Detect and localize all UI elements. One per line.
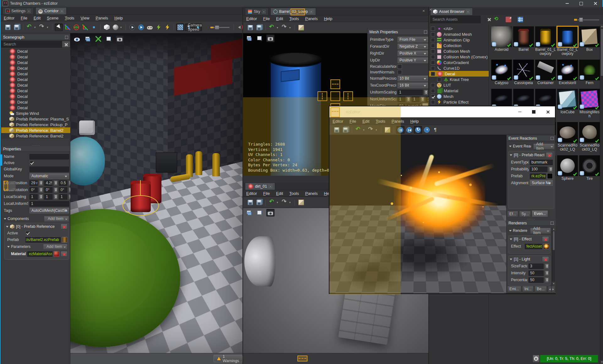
dropdown[interactable]: Positive X: [398, 51, 428, 56]
asset-cell-excelsiorii[interactable]: ExcelsiorII: [557, 60, 578, 85]
close-tab-icon[interactable]: [60, 9, 64, 13]
tree-item-prefab-reference-plasma-s[interactable]: Prefab Reference: Plasma_S: [1, 116, 70, 122]
warnings-button[interactable]: 1 Warnings: [214, 355, 242, 362]
filter-checkbox[interactable]: [431, 100, 435, 104]
play-blue-button[interactable]: [137, 24, 145, 31]
play-dark-button[interactable]: [128, 24, 136, 31]
menu-item-editor[interactable]: Editor: [243, 191, 260, 196]
menu-item-editor[interactable]: Editor: [1, 16, 18, 20]
filter-checkbox[interactable]: [431, 49, 435, 53]
asset-thumbnail-button[interactable]: [547, 173, 553, 179]
menu-item-file[interactable]: File: [346, 119, 359, 124]
tree-item-decal[interactable]: Decal: [1, 88, 70, 94]
delete-component-button[interactable]: [61, 224, 68, 229]
value-field[interactable]: 1: [59, 194, 67, 200]
asset-cell-calypso[interactable]: Calypso: [491, 60, 512, 85]
tree-item--all-[interactable]: <All>: [429, 26, 489, 31]
minimize-button[interactable]: [560, 0, 574, 7]
menu-item-view[interactable]: View: [78, 16, 93, 20]
close-tab-icon[interactable]: [309, 10, 313, 13]
menu-item-help[interactable]: Help: [111, 16, 126, 20]
add-component-button[interactable]: Add Item: [44, 216, 69, 222]
spin-down-icon[interactable]: [408, 99, 410, 101]
dropdown-caret-icon[interactable]: ▾: [363, 128, 366, 131]
filter-checkbox[interactable]: [431, 72, 435, 76]
filter-checkbox[interactable]: [431, 83, 435, 87]
save-button[interactable]: [4, 24, 12, 31]
dropdown-caret-icon[interactable]: ▾: [120, 26, 123, 29]
export-button[interactable]: [297, 24, 305, 31]
asset-thumbnail[interactable]: [557, 122, 578, 143]
filter-checkbox[interactable]: [437, 78, 441, 82]
asset-thumbnail[interactable]: [557, 155, 578, 176]
tab-scroll-arrows[interactable]: ◀ ▶: [548, 286, 555, 292]
tree-item-decal[interactable]: Decal: [1, 105, 70, 110]
dropdown[interactable]: 16 Bit: [398, 83, 428, 88]
tree-item-lut[interactable]: LUT: [429, 82, 489, 88]
redo-button[interactable]: [367, 126, 375, 134]
filter-checkbox[interactable]: [431, 55, 435, 59]
rotate-button[interactable]: [72, 24, 80, 31]
spin-up-icon[interactable]: [408, 98, 410, 99]
asset-cell-tire[interactable]: Tire: [579, 155, 600, 181]
tree-item-decal[interactable]: Decal: [1, 60, 70, 65]
spinner-buttons[interactable]: [421, 97, 425, 102]
asset-thumbnail[interactable]: [491, 26, 512, 47]
dot-button[interactable]: [90, 24, 98, 31]
scene-viewport[interactable]: [70, 33, 242, 353]
tab-corridor[interactable]: Corridor: [35, 7, 67, 14]
redo-button[interactable]: [280, 199, 289, 206]
material-thumbnail-button[interactable]: [54, 251, 59, 257]
menu-item-tools[interactable]: Tools: [62, 16, 77, 20]
add-event-reaction-button[interactable]: Add Item: [533, 143, 555, 149]
value-field[interactable]: 1: [398, 90, 423, 95]
filter-checkbox[interactable]: [431, 44, 435, 48]
asset-cell-fern[interactable]: Fern: [579, 60, 600, 85]
popout-icon[interactable]: [65, 36, 68, 39]
value-field[interactable]: 1: [412, 97, 419, 102]
dropdown[interactable]: 10 Bit: [398, 76, 428, 81]
close-tab-icon[interactable]: [466, 10, 470, 13]
tree-item-decal[interactable]: Decal: [1, 48, 70, 54]
panel-tab-ini[interactable]: Ini...: [522, 286, 534, 292]
spinner-buttons[interactable]: [545, 270, 549, 276]
material-asset-field[interactable]: ezMaterialAsset: [27, 251, 52, 257]
transform-all-button[interactable]: [492, 16, 501, 23]
spin-down-icon[interactable]: [546, 280, 548, 281]
redo-button[interactable]: [280, 24, 289, 31]
export-button[interactable]: [297, 199, 305, 206]
asset-thumbnail[interactable]: [535, 60, 556, 80]
spin-up-icon[interactable]: [422, 98, 424, 99]
clear-search-button[interactable]: [62, 41, 70, 47]
menu-item-tools[interactable]: Tools: [286, 191, 302, 196]
menu-item-edit[interactable]: Edit: [359, 119, 372, 124]
dropdown[interactable]: From File: [398, 37, 428, 42]
bolt-yellow-button[interactable]: [163, 24, 171, 31]
dropdown-caret-icon[interactable]: ▾: [277, 26, 280, 29]
table-button[interactable]: [516, 16, 524, 23]
asset-thumbnail[interactable]: [491, 60, 512, 80]
undo-button[interactable]: [268, 199, 276, 206]
pause-log-button[interactable]: [533, 355, 540, 362]
spin-down-icon[interactable]: [40, 190, 42, 191]
save-all-button[interactable]: [341, 126, 350, 134]
popout-icon[interactable]: [551, 137, 554, 140]
panel-tab-sy[interactable]: Sy...: [519, 211, 531, 217]
undo-button[interactable]: [25, 24, 34, 31]
asset-thumbnail[interactable]: [513, 60, 534, 80]
menu-item-scene[interactable]: Scene: [44, 16, 62, 20]
asset-cell-container[interactable]: Container: [535, 60, 556, 85]
slider-knob[interactable]: [215, 25, 219, 29]
close-tab-icon[interactable]: [262, 10, 266, 13]
active-checkbox[interactable]: [25, 231, 30, 235]
value-field[interactable]: 3: [529, 264, 544, 269]
spin-up-icon[interactable]: [55, 181, 57, 183]
clock-button[interactable]: [423, 126, 431, 134]
eye-button[interactable]: [73, 35, 81, 43]
spin-up-icon[interactable]: [546, 278, 548, 280]
particle-viewport[interactable]: [329, 135, 506, 293]
tree-item-prefab-reference-barrel2[interactable]: Prefab Reference: Barrel2: [1, 127, 70, 133]
asset-cell-cassiopeia[interactable]: Cassiopeia: [513, 60, 534, 85]
dropdown[interactable]: AutoColMesh|CastShadow: [30, 208, 69, 213]
tree-item-collection[interactable]: Collection: [429, 43, 489, 48]
